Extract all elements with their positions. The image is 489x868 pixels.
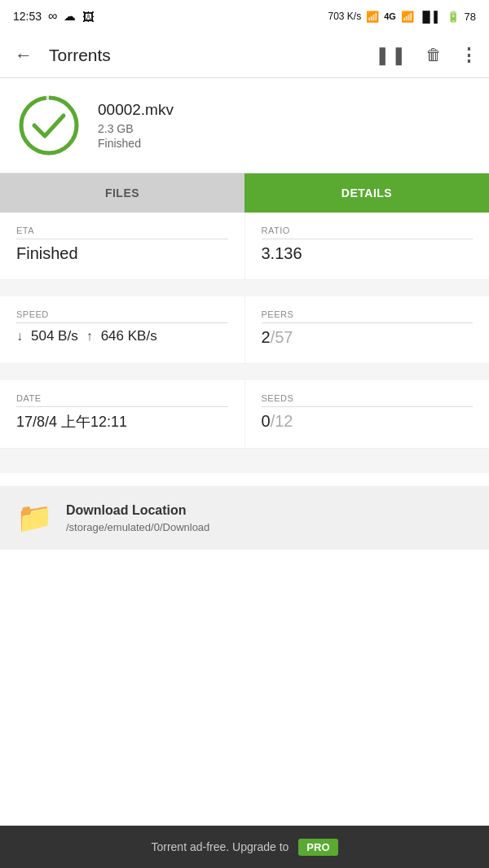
detail-cell-ratio: RATIO 3.136 — [245, 213, 490, 279]
battery-icon: 🔋 — [447, 11, 460, 23]
status-bar-right: 703 K/s 📶 4G 📶 ▐▌▌ 🔋 78 — [328, 11, 477, 23]
torrent-card: 00002.mkv 2.3 GB Finished — [0, 78, 489, 173]
torrent-name: 00002.mkv — [98, 101, 174, 119]
upload-arrow-icon: ↑ — [86, 329, 93, 344]
status-bar-left: 12:53 ∞ ☁ 🖼 — [13, 9, 95, 24]
toolbar-actions: ❚❚ 🗑 ⋮ — [375, 45, 478, 66]
signal-bars-icon: 📶 — [401, 11, 414, 23]
pro-upgrade-button[interactable]: PRO — [298, 839, 337, 856]
folder-icon: 📁 — [16, 501, 53, 535]
signal-4g-icon: 4G — [384, 11, 396, 21]
detail-row-date-seeds: DATE 17/8/4 上午12:11 SEEDS 0/12 — [0, 380, 489, 449]
torrent-status: Finished — [98, 137, 174, 150]
download-arrow-icon: ↓ — [16, 329, 23, 344]
download-speed: 504 B/s — [31, 328, 78, 344]
wifi-icon: 📶 — [366, 11, 379, 23]
page-title: Torrents — [49, 46, 362, 65]
more-options-button[interactable]: ⋮ — [460, 45, 478, 66]
download-location-path: /storage/emulated/0/Download — [66, 521, 209, 533]
download-location-title: Download Location — [66, 503, 209, 518]
infinity-icon: ∞ — [48, 9, 57, 24]
seeds-value: 0/12 — [262, 412, 474, 431]
detail-cell-peers: PEERS 2/57 — [245, 296, 490, 363]
tab-details[interactable]: DETAILS — [244, 173, 489, 213]
speed-values: ↓ 504 B/s ↑ 646 KB/s — [16, 328, 228, 344]
download-location[interactable]: 📁 Download Location /storage/emulated/0/… — [0, 486, 489, 550]
seeds-total: /12 — [271, 412, 293, 430]
torrent-info: 00002.mkv 2.3 GB Finished — [98, 101, 174, 150]
tab-files[interactable]: FILES — [0, 173, 244, 213]
cloud-icon: ☁ — [64, 9, 76, 24]
network-speed: 703 K/s — [328, 11, 362, 22]
ratio-value: 3.136 — [262, 244, 474, 263]
detail-cell-eta: ETA Finished — [0, 213, 245, 279]
peers-value: 2/57 — [262, 328, 474, 347]
ad-text: Torrent ad-free. Upgrade to — [151, 840, 289, 853]
tabs: FILES DETAILS — [0, 173, 489, 213]
battery-level: 78 — [465, 11, 476, 23]
detail-row-eta-ratio: ETA Finished RATIO 3.136 — [0, 213, 489, 280]
date-value: 17/8/4 上午12:11 — [16, 412, 228, 432]
svg-point-1 — [21, 98, 77, 153]
eta-label: ETA — [16, 226, 228, 239]
detail-cell-seeds: SEEDS 0/12 — [245, 380, 490, 448]
seeds-label: SEEDS — [262, 393, 474, 407]
detail-row-speed-peers: SPEED ↓ 504 B/s ↑ 646 KB/s PEERS 2/57 — [0, 296, 489, 364]
toolbar: ← Torrents ❚❚ 🗑 ⋮ — [0, 33, 489, 78]
peers-total: /57 — [271, 328, 293, 346]
progress-circle — [16, 93, 82, 158]
detail-cell-date: DATE 17/8/4 上午12:11 — [0, 380, 245, 448]
image-icon: 🖼 — [82, 10, 95, 24]
ratio-label: RATIO — [262, 226, 474, 239]
download-location-info: Download Location /storage/emulated/0/Do… — [66, 503, 209, 533]
time-display: 12:53 — [13, 10, 42, 23]
details-section: ETA Finished RATIO 3.136 SPEED ↓ 504 B/s… — [0, 213, 489, 826]
back-button[interactable]: ← — [11, 42, 36, 69]
signal-bars2-icon: ▐▌▌ — [419, 11, 442, 23]
eta-value: Finished — [16, 244, 228, 263]
torrent-size: 2.3 GB — [98, 122, 174, 135]
delete-button[interactable]: 🗑 — [425, 46, 442, 64]
pause-button[interactable]: ❚❚ — [375, 45, 408, 66]
date-label: DATE — [16, 393, 228, 407]
upload-speed: 646 KB/s — [101, 328, 157, 344]
peers-label: PEERS — [262, 309, 474, 323]
status-bar: 12:53 ∞ ☁ 🖼 703 K/s 📶 4G 📶 ▐▌▌ 🔋 78 — [0, 0, 489, 33]
detail-cell-speed: SPEED ↓ 504 B/s ↑ 646 KB/s — [0, 296, 245, 363]
ad-banner: Torrent ad-free. Upgrade to PRO — [0, 826, 489, 868]
speed-label: SPEED — [16, 309, 228, 323]
